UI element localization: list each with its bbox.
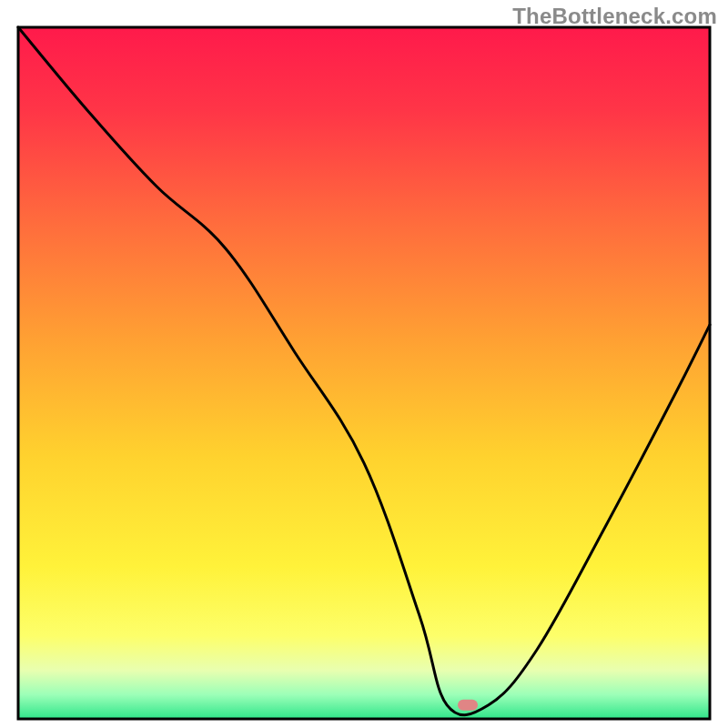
watermark-text: TheBottleneck.com <box>512 4 717 29</box>
bottleneck-chart <box>0 0 728 728</box>
chart-container: TheBottleneck.com <box>0 0 728 728</box>
optimum-marker <box>458 700 478 711</box>
plot-background <box>18 27 710 719</box>
